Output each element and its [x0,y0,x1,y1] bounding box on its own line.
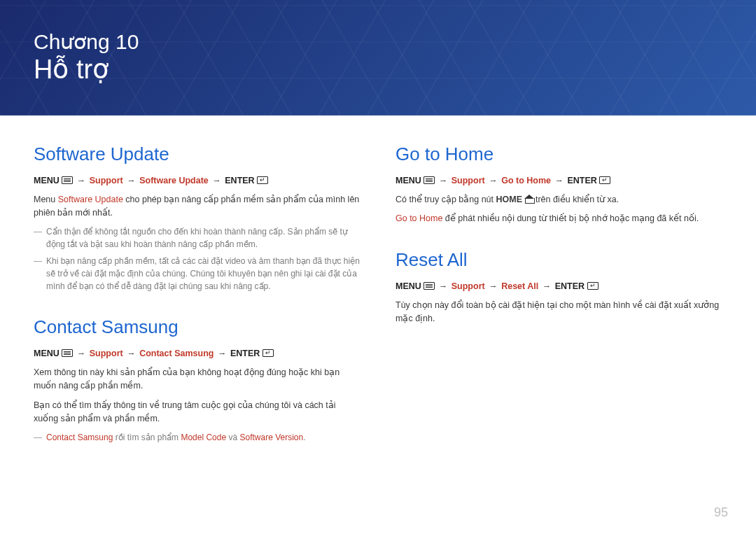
menu-icon [62,349,73,357]
path-menu-label: MENU [34,176,59,185]
go-to-home-heading: Go to Home [396,143,722,165]
arrow-icon: → [216,348,228,360]
enter-icon [257,176,268,184]
note-item: Khi bạn nâng cấp phần mềm, tất cả các cà… [43,255,360,293]
arrow-icon: → [211,175,223,188]
reset-all-path: MENU → Support → Reset All → ENTER [396,281,722,293]
path-menu-label: MENU [34,349,59,358]
arrow-icon: → [76,348,88,360]
left-column: Software Update MENU → Support → Softwar… [34,143,360,468]
path-item: Contact Samsung [139,349,214,358]
text-highlight: Go to Home [396,213,442,223]
arrow-icon: → [541,281,553,293]
go-to-home-body2: Go to Home để phát nhiều nội dung từ thi… [396,212,722,225]
reset-all-body: Tùy chọn này đổi toàn bộ cài đặt hiện tạ… [396,299,722,326]
arrow-icon: → [553,175,565,188]
software-update-heading: Software Update [34,143,360,165]
enter-icon [587,282,598,290]
menu-icon [62,176,73,184]
path-menu-label: MENU [396,176,421,185]
contact-samsung-body2: Bạn có thể tìm thấy thông tin về trung t… [34,399,360,426]
software-update-body: Menu Software Update cho phép bạn nâng c… [34,193,360,220]
reset-all-heading: Reset All [396,249,722,271]
contact-samsung-heading: Contact Samsung [34,316,360,338]
path-support: Support [90,176,123,185]
path-enter-label: ENTER [225,176,254,185]
menu-icon [424,282,435,290]
arrow-icon: → [438,175,449,188]
arrow-icon: → [487,175,499,188]
arrow-icon: → [76,175,88,188]
path-enter-label: ENTER [230,349,260,358]
path-support: Support [90,349,123,358]
go-to-home-path: MENU → Support → Go to Home → ENTER [396,175,722,188]
text-bold: HOME [496,195,523,204]
chapter-banner: Chương 10 Hỗ trợ [0,0,756,115]
text-highlight: Software Update [58,195,123,204]
path-item: Software Update [139,176,209,185]
text: rồi tìm sản phẩm [113,433,181,442]
note-item: Cẩn thận để không tắt nguồn cho đến khi … [43,225,360,251]
path-enter-label: ENTER [555,281,584,291]
enter-icon [262,349,274,357]
text: Menu [34,195,58,204]
software-update-path: MENU → Support → Software Update → ENTER [34,175,360,188]
reset-all-section: Reset All MENU → Support → Reset All → E… [396,249,722,325]
text: Có thể truy cập bằng nút [396,195,496,204]
path-item: Go to Home [501,176,551,185]
software-update-section: Software Update MENU → Support → Softwar… [34,143,360,293]
path-support: Support [451,176,485,185]
text-highlight: Model Code [181,433,226,442]
chapter-title: Hỗ trợ [34,55,139,85]
text: . [303,433,305,442]
text: trên điều khiển từ xa. [536,195,619,204]
go-to-home-section: Go to Home MENU → Support → Go to Home →… [396,143,722,225]
contact-samsung-body1: Xem thông tin này khi sản phẩm của bạn k… [34,366,360,393]
arrow-icon: → [125,175,137,188]
arrow-icon: → [125,348,137,360]
contact-samsung-path: MENU → Support → Contact Samsung → ENTER [34,348,360,360]
contact-samsung-section: Contact Samsung MENU → Support → Contact… [34,316,360,444]
go-to-home-body1: Có thể truy cập bằng nút HOME trên điều … [396,193,722,206]
arrow-icon: → [487,281,499,293]
page-number: 95 [714,505,728,520]
home-icon [525,196,533,203]
content-area: Software Update MENU → Support → Softwar… [0,115,756,468]
text-highlight: Contact Samsung [46,433,113,442]
path-menu-label: MENU [396,281,421,291]
arrow-icon: → [438,281,449,293]
text: để phát nhiều nội dung từ thiết bị bộ nh… [442,213,699,223]
contact-samsung-notes: Contact Samsung rồi tìm sản phẩm Model C… [34,431,360,444]
right-column: Go to Home MENU → Support → Go to Home →… [396,143,722,468]
path-support: Support [451,281,485,291]
chapter-number: Chương 10 [34,30,139,55]
enter-icon [599,176,610,184]
text-highlight: Software Version [239,433,303,442]
path-item: Reset All [501,281,538,291]
text: và [226,433,239,442]
menu-icon [424,176,435,184]
note-item: Contact Samsung rồi tìm sản phẩm Model C… [43,431,360,444]
banner-text: Chương 10 Hỗ trợ [34,30,139,85]
path-enter-label: ENTER [567,176,596,185]
software-update-notes: Cẩn thận để không tắt nguồn cho đến khi … [34,225,360,293]
